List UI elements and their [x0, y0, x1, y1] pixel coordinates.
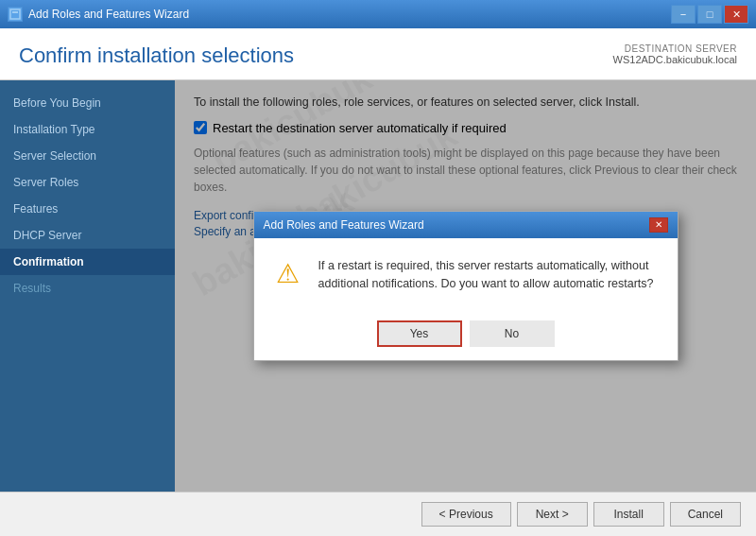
wizard: Confirm installation selections DESTINAT… [0, 28, 756, 536]
maximize-button[interactable]: □ [697, 5, 722, 24]
dialog-close-button[interactable]: ✕ [649, 217, 668, 233]
title-bar-title: Add Roles and Features Wizard [28, 8, 189, 21]
dialog-no-button[interactable]: No [470, 320, 555, 347]
content-area: bakicubuk bakicubuk bakicubuk bakicubuk … [175, 80, 756, 492]
next-button[interactable]: Next > [517, 502, 588, 527]
dialog-message: If a restart is required, this server re… [318, 257, 661, 293]
sidebar-item-server-roles[interactable]: Server Roles [0, 169, 175, 196]
destination-server-label: DESTINATION SERVER [613, 43, 737, 54]
minimize-button[interactable]: − [671, 5, 696, 24]
previous-button[interactable]: < Previous [421, 502, 511, 527]
sidebar-item-dhcp-server[interactable]: DHCP Server [0, 222, 175, 249]
destination-server-info: DESTINATION SERVER WS12ADC.bakicubuk.loc… [613, 43, 737, 65]
sidebar-item-before-you-begin[interactable]: Before You Begin [0, 90, 175, 116]
sidebar-item-results[interactable]: Results [0, 275, 175, 302]
sidebar-item-features[interactable]: Features [0, 196, 175, 222]
sidebar-item-confirmation[interactable]: Confirmation [0, 249, 175, 275]
dialog-body: ⚠ If a restart is required, this server … [254, 238, 678, 312]
sidebar-item-server-selection[interactable]: Server Selection [0, 143, 175, 169]
dialog-overlay: Add Roles and Features Wizard ✕ ⚠ If a r… [175, 80, 756, 492]
title-bar: Add Roles and Features Wizard − □ ✕ [0, 0, 756, 28]
dialog-title: Add Roles and Features Wizard [264, 218, 424, 232]
cancel-button[interactable]: Cancel [670, 502, 741, 527]
warning-icon: ⚠ [271, 257, 305, 291]
sidebar: Before You Begin Installation Type Serve… [0, 80, 175, 492]
dialog-footer: Yes No [254, 311, 678, 360]
wizard-footer: < Previous Next > Install Cancel [0, 492, 756, 536]
destination-server-value: WS12ADC.bakicubuk.local [613, 54, 737, 65]
svg-rect-1 [12, 11, 18, 13]
dialog-yes-button[interactable]: Yes [377, 320, 462, 347]
dialog-titlebar: Add Roles and Features Wizard ✕ [254, 212, 678, 238]
close-button[interactable]: ✕ [724, 5, 748, 24]
install-button[interactable]: Install [593, 502, 664, 527]
svg-rect-0 [10, 9, 20, 19]
title-bar-buttons: − □ ✕ [671, 5, 748, 24]
title-bar-left: Add Roles and Features Wizard [8, 7, 189, 22]
wizard-header: Confirm installation selections DESTINAT… [0, 28, 756, 80]
wizard-body: Before You Begin Installation Type Serve… [0, 80, 756, 492]
dialog: Add Roles and Features Wizard ✕ ⚠ If a r… [253, 211, 679, 362]
page-title: Confirm installation selections [19, 43, 294, 68]
sidebar-item-installation-type[interactable]: Installation Type [0, 116, 175, 143]
wizard-icon [8, 7, 23, 22]
